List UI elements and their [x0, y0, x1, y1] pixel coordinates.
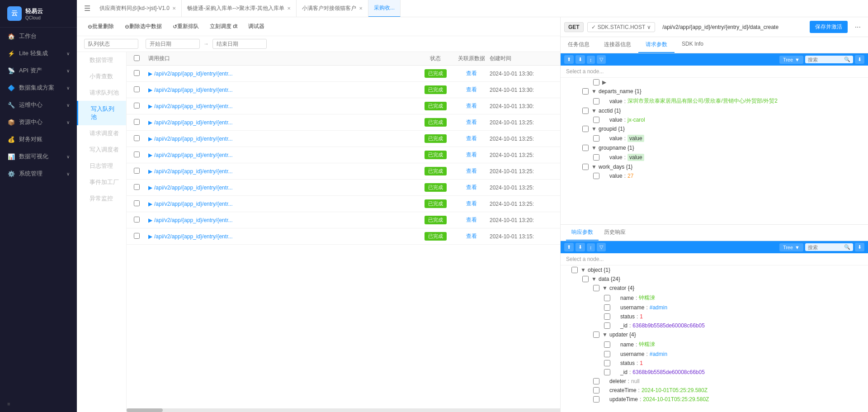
tab-request-params[interactable]: 请求参数 [638, 37, 675, 53]
tree-sort-down-btn[interactable]: ⬇ [576, 55, 585, 64]
row-checkbox[interactable] [134, 217, 140, 223]
tab-close-icon[interactable]: ✕ [287, 6, 291, 11]
table-row[interactable]: ▶ /api/v2/app/{app_id}/entry/{entr... 已完… [127, 131, 560, 147]
tree-row[interactable]: name:钟糯淶 [561, 293, 868, 303]
related-data-link[interactable]: 查看 [453, 151, 490, 159]
debugger-btn[interactable]: 调试器 [245, 21, 268, 32]
related-data-link[interactable]: 查看 [453, 118, 490, 126]
table-row[interactable]: ▶ /api/v2/app/{app_id}/entry/{entr... 已完… [127, 98, 560, 114]
tree-checkbox[interactable] [593, 154, 599, 161]
tree-checkbox[interactable] [593, 285, 599, 291]
tree-checkbox[interactable] [604, 341, 610, 348]
tree-row[interactable]: value:27 [561, 171, 868, 180]
sidebar-item-ops[interactable]: 🔧 运维中心 ∨ [0, 96, 77, 114]
related-data-link[interactable]: 查看 [453, 184, 490, 191]
table-row[interactable]: ▶ /api/v2/app/{app_id}/entry/{entr... 已完… [127, 82, 560, 98]
related-data-link[interactable]: 查看 [453, 200, 490, 208]
related-data-link[interactable]: 查看 [453, 232, 490, 240]
delete-selected-btn[interactable]: ⊖ 删除选中数据 [121, 21, 165, 32]
tree-row[interactable]: ▼object {1} [561, 265, 868, 275]
response-tree-sort-up-btn[interactable]: ⬆ [564, 243, 574, 251]
tree-checkbox[interactable] [604, 360, 610, 366]
response-tree-filter-btn[interactable]: ▽ [597, 243, 606, 251]
related-data-link[interactable]: 查看 [453, 167, 490, 175]
response-tree-sort-both-btn[interactable]: ↕ [587, 243, 595, 251]
related-data-link[interactable]: 查看 [453, 135, 490, 142]
tab-sdk-info[interactable]: SDK Info [675, 37, 711, 53]
tree-row[interactable]: ▶ [561, 78, 868, 87]
tree-expand-icon[interactable]: ▼ [591, 145, 599, 151]
tree-row[interactable]: status:1 [561, 359, 868, 368]
tree-row[interactable]: value:jx-carol [561, 115, 868, 124]
tree-checkbox[interactable] [593, 331, 599, 338]
row-checkbox[interactable] [134, 200, 140, 206]
tree-checkbox[interactable] [593, 173, 599, 179]
sidebar-item-lite[interactable]: ⚡ Lite 轻集成 ∨ [0, 45, 77, 62]
host-selector[interactable]: ✓ SDK.STATIC.HOST ∨ [587, 22, 656, 32]
tree-row[interactable]: status:1 [561, 312, 868, 321]
table-row[interactable]: ▶ /api/v2/app/{app_id}/entry/{entr... 已完… [127, 196, 560, 212]
tree-row[interactable]: ▼work_days {1} [561, 162, 868, 171]
response-tree-sort-down-btn[interactable]: ⬇ [576, 243, 585, 251]
response-tree-extra-btn[interactable]: ⬇ [855, 243, 864, 251]
nav-write-scheduler[interactable]: 写入调度者 [77, 142, 126, 158]
sidebar-collapse-btn[interactable]: ≡ [0, 396, 77, 412]
tree-checkbox[interactable] [593, 396, 599, 403]
table-row[interactable]: ▶ /api/v2/app/{app_id}/entry/{entr... 已完… [127, 228, 560, 245]
select-all-checkbox[interactable] [134, 55, 140, 61]
sidebar-item-sysadmin[interactable]: ⚙️ 系统管理 ∨ [0, 165, 77, 182]
tree-row[interactable]: ▼acctid {1} [561, 106, 868, 115]
row-checkbox[interactable] [134, 70, 140, 76]
tree-checkbox[interactable] [604, 313, 610, 320]
tree-row[interactable]: deleter:null [561, 377, 868, 386]
start-date-input[interactable] [146, 39, 200, 49]
tree-checkbox[interactable] [593, 117, 599, 123]
tab-close-icon[interactable]: ✕ [172, 6, 176, 11]
tree-checkbox[interactable] [582, 145, 589, 151]
tree-checkbox[interactable] [604, 295, 610, 301]
tab-history-response[interactable]: 历史响应 [599, 225, 631, 241]
tree-row[interactable]: value:value [561, 133, 868, 143]
queue-status-input[interactable] [84, 39, 138, 49]
sidebar-item-data-solution[interactable]: 🔷 数据集成方案 ∨ [0, 79, 77, 96]
tree-expand-icon[interactable]: ▶ [602, 79, 609, 85]
row-checkbox[interactable] [134, 184, 140, 190]
tree-expand-icon[interactable]: ▼ [591, 126, 599, 132]
tree-checkbox[interactable] [582, 126, 589, 132]
row-checkbox[interactable] [134, 135, 140, 141]
tree-row[interactable]: value:深圳市景欣泰家居用品有限公司/景欣泰/营销中心/外贸部/外贸2 [561, 96, 868, 106]
tree-row[interactable]: username:#admin [561, 350, 868, 359]
row-checkbox[interactable] [134, 233, 140, 239]
tree-checkbox[interactable] [582, 108, 589, 114]
nav-request-queue[interactable]: 请求队列池 [77, 85, 126, 101]
nav-log-mgmt[interactable]: 日志管理 [77, 158, 126, 174]
tree-expand-icon[interactable]: ▼ [602, 285, 609, 291]
batch-delete-btn[interactable]: ⊖ 批量删除 [84, 21, 118, 32]
tabs-menu-button[interactable]: ☰ [80, 4, 94, 13]
tree-checkbox[interactable] [593, 135, 599, 142]
tab-connector-info[interactable]: 连接器信息 [597, 37, 638, 53]
table-row[interactable]: ▶ /api/v2/app/{app_id}/entry/{entr... 已完… [127, 163, 560, 180]
row-checkbox[interactable] [134, 119, 140, 125]
related-data-link[interactable]: 查看 [453, 86, 490, 94]
tree-row[interactable]: username:#admin [561, 303, 868, 312]
tree-checkbox[interactable] [593, 98, 599, 104]
table-row[interactable]: ▶ /api/v2/app/{app_id}/entry/{entr... 已完… [127, 147, 560, 163]
tab-purchase-receive[interactable]: 采购收... [368, 0, 401, 17]
tree-expand-icon[interactable]: ▼ [602, 331, 609, 338]
tree-checkbox[interactable] [604, 304, 610, 311]
tree-sort-both-btn[interactable]: ↕ [587, 56, 595, 64]
response-tree-view-selector[interactable]: Tree ▼ [779, 243, 803, 251]
nav-event-factory[interactable]: 事件加工厂 [77, 174, 126, 190]
tree-view-selector[interactable]: Tree ▼ [779, 56, 803, 64]
tab-purchase-sync[interactable]: 畅捷通-采购入库单-->聚水潭-其他入库单 ✕ [182, 0, 297, 17]
table-row[interactable]: ▶ /api/v2/app/{app_id}/entry/{entr... 已完… [127, 114, 560, 131]
row-checkbox[interactable] [134, 86, 140, 92]
related-data-link[interactable]: 查看 [453, 102, 490, 110]
tree-row[interactable]: updateTime:2024-10-01T05:25:29.580Z [561, 395, 868, 404]
table-row[interactable]: ▶ /api/v2/app/{app_id}/entry/{entr... 已完… [127, 180, 560, 196]
tree-sort-up-btn[interactable]: ⬆ [564, 55, 574, 64]
tree-extra-btn[interactable]: ⬇ [855, 55, 864, 64]
nav-anomaly-monitor[interactable]: 异常监控 [77, 190, 126, 207]
tree-expand-icon[interactable]: ▼ [591, 108, 599, 114]
